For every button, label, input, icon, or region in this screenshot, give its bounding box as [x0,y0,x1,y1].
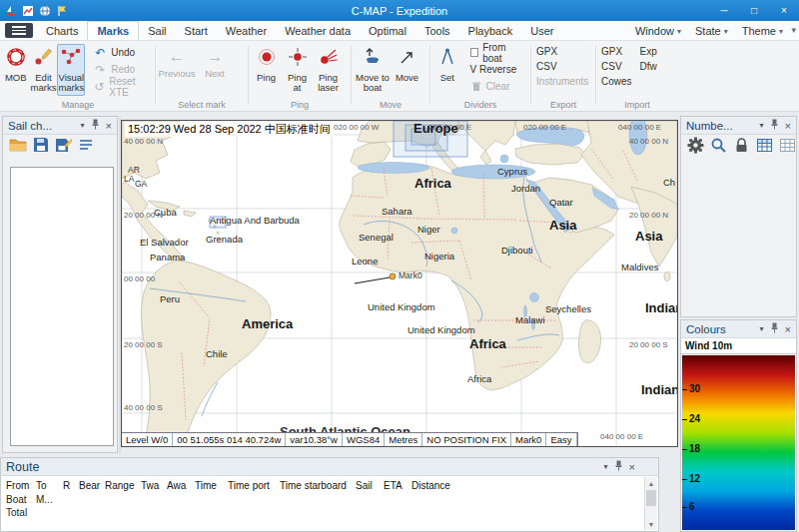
colour-layer-label[interactable]: Wind 10m [681,338,796,354]
import-csv-button[interactable]: CSV [598,59,635,74]
tab-tools[interactable]: Tools [415,21,459,40]
route-panel-header[interactable]: Route ▾ × [1,458,658,476]
chart-map[interactable]: 020 00 00 W000 00 00 E020 00 00 E040 00 … [121,120,678,447]
previous-icon: ← [169,47,186,67]
lock-icon[interactable] [733,137,750,158]
numbers-panel: Numbe... ▾ × [680,116,797,317]
grid-alt-icon[interactable] [779,137,796,158]
chevron-down-icon[interactable]: ▾ [604,462,608,471]
open-folder-icon[interactable] [9,137,27,157]
menu-window[interactable]: Window▾ [635,25,681,37]
set-dividers-button[interactable]: Set [432,44,462,96]
status-segment: Mark0 [511,433,546,446]
maximize-button[interactable]: □ [739,0,769,21]
reset-xte-button[interactable]: ↺Reset XTE [90,78,154,95]
ping-at-button[interactable]: Ping at [282,44,313,96]
map-canvas[interactable] [122,121,677,446]
import-gpx-button[interactable]: GPX [598,44,635,59]
close-icon[interactable]: × [629,462,635,472]
scroll-up-icon[interactable]: ▲ [645,477,657,489]
edit-marks-button[interactable]: Edit marks [30,44,58,96]
scroll-thumb[interactable] [646,490,656,506]
colours-panel-header[interactable]: Colours ▾ × [681,320,796,338]
visual-marks-label: Visual marks [58,73,84,94]
list-icon[interactable] [78,138,94,156]
export-csv-button[interactable]: CSV [533,59,591,74]
close-button[interactable]: × [769,0,799,21]
from-boat-option[interactable]: From boat [467,44,528,61]
tab-user[interactable]: User [521,21,562,40]
close-icon[interactable]: × [785,121,791,131]
export-gpx-button[interactable]: GPX [533,44,591,59]
grid-icon[interactable] [756,137,773,158]
redo-label: Redo [111,64,135,75]
route-row[interactable]: BoatM... [1,493,658,506]
edit-marks-icon [32,47,54,71]
group-label-ping: Ping [251,100,349,110]
clear-dividers-button[interactable]: Clear [467,78,528,95]
tab-weather-data[interactable]: Weather data [276,21,360,40]
close-icon[interactable]: × [785,324,791,334]
from-boat-checkbox[interactable] [470,48,479,57]
import-exp-button[interactable]: Exp [637,44,660,59]
save-edit-icon[interactable] [55,137,72,157]
move-button[interactable]: Move [392,44,422,96]
menu-theme[interactable]: Theme▾ [742,25,783,37]
tab-sail[interactable]: Sail [139,21,175,40]
route-column-header: Time port [228,480,280,491]
pin-icon[interactable] [770,322,779,335]
gear-icon[interactable] [687,137,704,158]
chevron-down-icon[interactable]: ▾ [81,121,85,130]
tab-charts[interactable]: Charts [37,21,87,40]
pin-icon[interactable] [614,460,623,474]
route-scrollbar[interactable]: ▲ ▼ [644,477,657,530]
clear-label: Clear [486,81,510,92]
ping-at-icon [288,47,308,71]
chevron-down-icon[interactable]: ▾ [760,121,764,130]
redo-icon: ↷ [93,63,107,77]
tab-start[interactable]: Start [176,21,217,40]
tab-optimal[interactable]: Optimal [360,21,415,40]
import-dfw-button[interactable]: Dfw [637,59,660,74]
scroll-down-icon[interactable]: ▼ [645,518,657,530]
previous-mark-button[interactable]: ← Previous [158,44,196,96]
pin-icon[interactable] [91,119,100,132]
ribbon-collapse-chevron[interactable]: ▾ [791,25,796,35]
export-csv-label: CSV [536,61,557,72]
window-controls: ─ □ × [709,0,799,21]
tab-playback[interactable]: Playback [459,21,522,40]
ribbon-group-import: GPX CSV Cowes Exp Dfw Import [598,41,676,111]
app-menu-button[interactable] [5,23,33,38]
mark0-symbol[interactable] [390,273,396,279]
import-cowes-button[interactable]: Cowes [598,74,635,89]
mob-button[interactable]: MOB [2,44,30,96]
ping-button[interactable]: Ping [251,44,282,96]
export-instruments-button[interactable]: Instruments [533,74,591,89]
ribbon-group-dividers: Set From boat V Reverse Clear Dividers [432,41,528,111]
menu-state[interactable]: State▾ [695,25,728,37]
sail-chart-list[interactable] [10,167,114,446]
next-mark-button[interactable]: → Next [196,44,234,96]
tab-marks[interactable]: Marks [87,21,139,40]
minimize-button[interactable]: ─ [709,0,739,21]
sail-chart-panel-header[interactable]: Sail ch... ▾ × [3,117,117,135]
tab-weather[interactable]: Weather [217,21,276,40]
route-row[interactable]: Total [1,506,658,519]
pin-icon[interactable] [770,119,779,132]
save-icon[interactable] [33,137,49,157]
chevron-down-icon[interactable]: ▾ [760,324,764,333]
reverse-button[interactable]: V Reverse [467,61,528,78]
ping-at-label: Ping at [283,73,312,94]
numbers-panel-header[interactable]: Numbe... ▾ × [681,117,796,135]
move-to-boat-button[interactable]: Move to boat [354,44,392,96]
status-segment: 00 51.055s 014 40.724w [173,433,286,446]
undo-button[interactable]: ↶Undo [90,44,154,61]
scale-tick [682,507,687,508]
route-column-header: R [63,480,79,491]
search-icon[interactable] [710,137,727,158]
set-dividers-icon [437,47,457,71]
visual-marks-button[interactable]: Visual marks [57,44,85,96]
ping-laser-button[interactable]: Ping laser [313,44,344,96]
group-label-select-mark: Select mark [158,100,246,110]
close-icon[interactable]: × [106,121,112,131]
